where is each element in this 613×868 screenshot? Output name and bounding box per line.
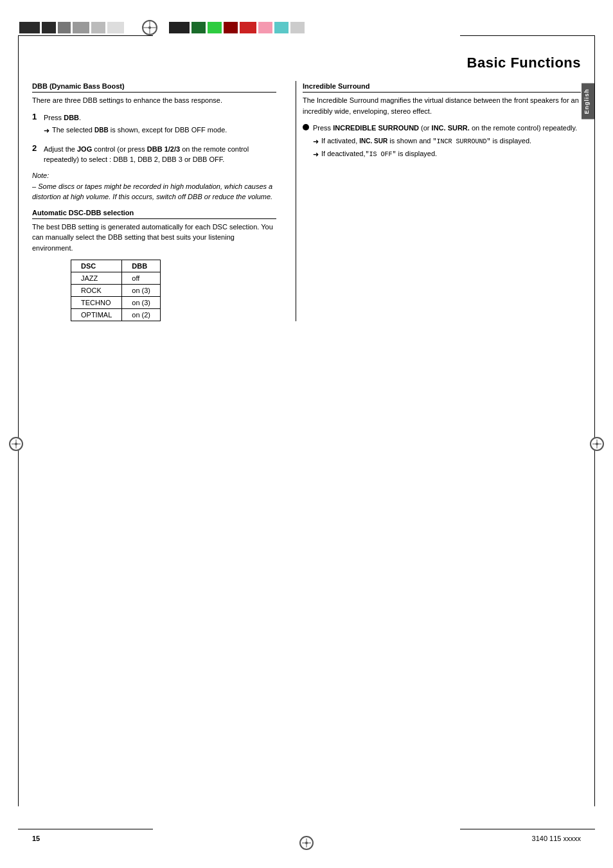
step-2-number: 2 <box>32 143 44 153</box>
table-cell-techno-dsc: TECHNO <box>71 297 122 309</box>
step-1-arrow-text: The selected DBB is shown, except for DB… <box>52 125 227 136</box>
note-label: Note: <box>32 172 276 179</box>
bullet-incredible: INCREDIBLE SURROUND <box>333 124 419 132</box>
step-1-arrow: ➜ The selected DBB is shown, except for … <box>44 125 276 136</box>
incredible-surround-title: Incredible Surround <box>303 82 581 93</box>
compass-icon-right-side <box>590 437 604 451</box>
step-1-bold: DBB <box>64 114 79 121</box>
note-section: Note: – Some discs or tapes might be rec… <box>32 172 276 202</box>
page-title: Basic Functions <box>467 55 581 71</box>
arrow-1-text: If activated, INC. SUR is shown and "INC… <box>321 136 531 146</box>
arrow-icon-2: ➜ <box>313 136 319 147</box>
table-header-dbb: DBB <box>122 260 161 272</box>
bullet-inc-surr: INC. SURR. <box>432 124 470 132</box>
content-area: DBB (Dynamic Bass Boost) There are three… <box>0 75 613 321</box>
table-cell-jazz-dbb: off <box>122 272 161 285</box>
left-column: DBB (Dynamic Bass Boost) There are three… <box>32 81 276 321</box>
bullet-icon <box>303 124 309 130</box>
table-row: TECHNO on (3) <box>71 297 161 309</box>
page-border-right <box>594 35 595 806</box>
page-border-bottom-left <box>18 829 153 829</box>
arrow-icon-1: ➜ <box>44 125 49 136</box>
auto-dsc-description: The best DBB setting is generated automa… <box>32 222 276 254</box>
incredible-surround-description: The Incredible Surround magnifies the vi… <box>303 95 581 116</box>
incredible-surround-section: Incredible Surround The Incredible Surro… <box>303 82 581 161</box>
step-1: 1 Press DBB. ➜ The selected DBB is shown… <box>32 112 276 137</box>
table-header-dsc: DSC <box>71 260 122 272</box>
step-2-text: Adjust the <box>44 145 77 153</box>
table-cell-rock-dbb: on (3) <box>122 285 161 297</box>
dbb-section: DBB (Dynamic Bass Boost) There are three… <box>32 82 276 202</box>
step-1-text: Press <box>44 114 64 121</box>
page-border-left <box>18 35 19 806</box>
page-number: 15 <box>32 835 40 842</box>
table-cell-optimal-dbb: on (2) <box>122 309 161 321</box>
step-2-dbb: DBB 1/2/3 <box>147 145 180 153</box>
bullet-content: Press INCREDIBLE SURROUND (or INC. SURR.… <box>313 123 581 161</box>
arrow-icon-3: ➜ <box>313 149 319 160</box>
table-cell-techno-dbb: on (3) <box>122 297 161 309</box>
step-2-middle: control (or press <box>92 145 147 153</box>
auto-dsc-title: Automatic DSC-DBB selection <box>32 209 276 219</box>
arrow-item-2: ➜ If deactivated,"IS OFF" is displayed. <box>313 148 581 160</box>
arrow-2-text: If deactivated,"IS OFF" is displayed. <box>321 148 437 159</box>
table-cell-optimal-dsc: OPTIMAL <box>71 309 122 321</box>
table-row: OPTIMAL on (2) <box>71 309 161 321</box>
page-border-bottom-right <box>460 829 595 829</box>
bullet-press-text: Press <box>313 124 333 132</box>
page-title-area: Basic Functions <box>0 48 613 75</box>
step-1-content: Press DBB. ➜ The selected DBB is shown, … <box>44 112 276 137</box>
dbb-description: There are three DBB settings to enhance … <box>32 95 276 106</box>
note-text: – Some discs or tapes might be recorded … <box>32 181 276 202</box>
color-bar-right <box>169 22 305 33</box>
dbb-section-title: DBB (Dynamic Bass Boost) <box>32 82 276 93</box>
top-bar-area <box>0 0 613 45</box>
color-bar-left <box>19 22 124 33</box>
step-1-suffix: . <box>79 114 81 121</box>
incredible-surround-bullet: Press INCREDIBLE SURROUND (or INC. SURR.… <box>303 123 581 161</box>
english-tab: English <box>582 84 594 120</box>
right-column: Incredible Surround The Incredible Surro… <box>296 81 581 321</box>
bullet-or: (or <box>419 124 432 132</box>
step-2-jog: JOG <box>77 145 92 153</box>
bullet-suffix: on the remote control) repeatedly. <box>470 124 577 132</box>
table-row: ROCK on (3) <box>71 285 161 297</box>
step-2-content: Adjust the JOG control (or press DBB 1/2… <box>44 144 276 165</box>
table-row: JAZZ off <box>71 272 161 285</box>
step-2: 2 Adjust the JOG control (or press DBB 1… <box>32 144 276 165</box>
compass-icon-left <box>142 20 157 35</box>
compass-icon-left-side <box>9 437 23 451</box>
doc-number: 3140 115 xxxxx <box>532 835 581 842</box>
table-cell-jazz-dsc: JAZZ <box>71 272 122 285</box>
auto-dsc-section: Automatic DSC-DBB selection The best DBB… <box>32 209 276 322</box>
step-1-number: 1 <box>32 112 44 121</box>
arrow-item-1: ➜ If activated, INC. SUR is shown and "I… <box>313 136 581 147</box>
dsc-dbb-table: DSC DBB JAZZ off ROCK on (3) TECHNO <box>71 260 161 321</box>
table-cell-rock-dsc: ROCK <box>71 285 122 297</box>
bottom-area: 15 3140 115 xxxxx <box>0 835 613 842</box>
table-header-row: DSC DBB <box>71 260 161 272</box>
